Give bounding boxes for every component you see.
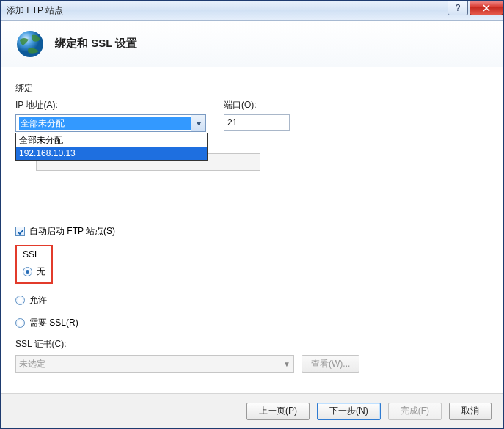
autostart-row[interactable]: 自动启动 FTP 站点(S) — [15, 225, 489, 238]
ssl-cert-combobox: 未选定 ▼ — [15, 355, 294, 373]
wizard-header: 绑定和 SSL 设置 — [1, 21, 503, 67]
view-cert-button: 查看(W)... — [302, 355, 359, 373]
next-button[interactable]: 下一步(N) — [317, 403, 381, 420]
autostart-checkbox[interactable] — [15, 227, 25, 236]
ip-dropdown-list: 全部未分配 192.168.10.13 — [15, 133, 208, 161]
port-label: 端口(O): — [224, 99, 290, 111]
ip-address-selected: 全部未分配 — [19, 117, 191, 130]
ssl-radio-allow[interactable] — [15, 296, 25, 305]
titlebar-buttons: ? — [446, 1, 503, 20]
window-title: 添加 FTP 站点 — [7, 4, 446, 17]
chevron-down-icon — [196, 122, 202, 125]
finish-button: 完成(F) — [388, 403, 442, 420]
ssl-highlight-box: SSL 无 — [15, 245, 53, 284]
ip-address-combobox[interactable]: 全部未分配 全部未分配 192.168.10.13 — [15, 114, 206, 132]
ssl-radio-none-label: 无 — [37, 265, 45, 278]
help-button[interactable]: ? — [448, 1, 468, 15]
wizard-body: 绑定 IP 地址(A): 全部未分配 全部未分配 192.168.10.13 端… — [1, 67, 503, 373]
ssl-cert-label: SSL 证书(C): — [15, 338, 489, 351]
binding-row: IP 地址(A): 全部未分配 全部未分配 192.168.10.13 端口(O… — [15, 99, 489, 132]
ip-option-all-unassigned[interactable]: 全部未分配 — [16, 133, 207, 147]
svg-point-0 — [17, 31, 43, 57]
page-title: 绑定和 SSL 设置 — [55, 37, 137, 51]
ssl-radio-require-label: 需要 SSL(R) — [29, 317, 78, 329]
ssl-option-none[interactable]: 无 — [23, 265, 45, 278]
ssl-radio-none[interactable] — [23, 267, 32, 276]
check-icon — [17, 228, 24, 235]
ssl-radio-allow-label: 允许 — [29, 294, 47, 307]
port-input[interactable] — [224, 114, 290, 131]
ip-column: IP 地址(A): 全部未分配 全部未分配 192.168.10.13 — [15, 99, 206, 132]
ssl-option-allow[interactable]: 允许 — [15, 294, 489, 307]
prev-button[interactable]: 上一页(P) — [246, 403, 310, 420]
title-bar: 添加 FTP 站点 ? — [1, 1, 503, 21]
ip-dropdown-button[interactable] — [191, 115, 205, 131]
autostart-label: 自动启动 FTP 站点(S) — [29, 225, 115, 238]
chevron-down-icon: ▼ — [283, 360, 291, 368]
port-column: 端口(O): — [224, 99, 290, 132]
binding-group-label: 绑定 — [15, 82, 489, 95]
close-icon — [483, 4, 490, 12]
ssl-cert-row: 未选定 ▼ 查看(W)... — [15, 355, 489, 373]
ip-address-label: IP 地址(A): — [15, 99, 206, 111]
globe-icon — [15, 29, 45, 59]
cancel-button[interactable]: 取消 — [449, 403, 492, 420]
ssl-radio-require[interactable] — [15, 318, 25, 328]
ssl-option-require[interactable]: 需要 SSL(R) — [15, 317, 489, 329]
close-button[interactable] — [470, 1, 503, 15]
dialog-window: 添加 FTP 站点 ? 绑定和 SSL 设置 绑定 IP 地址(A): 全部未分… — [0, 0, 504, 429]
ssl-cert-value: 未选定 — [19, 358, 45, 370]
wizard-footer: 上一页(P) 下一步(N) 完成(F) 取消 — [1, 393, 503, 428]
ssl-group-label: SSL — [23, 249, 45, 260]
ip-option-1[interactable]: 192.168.10.13 — [16, 147, 207, 160]
